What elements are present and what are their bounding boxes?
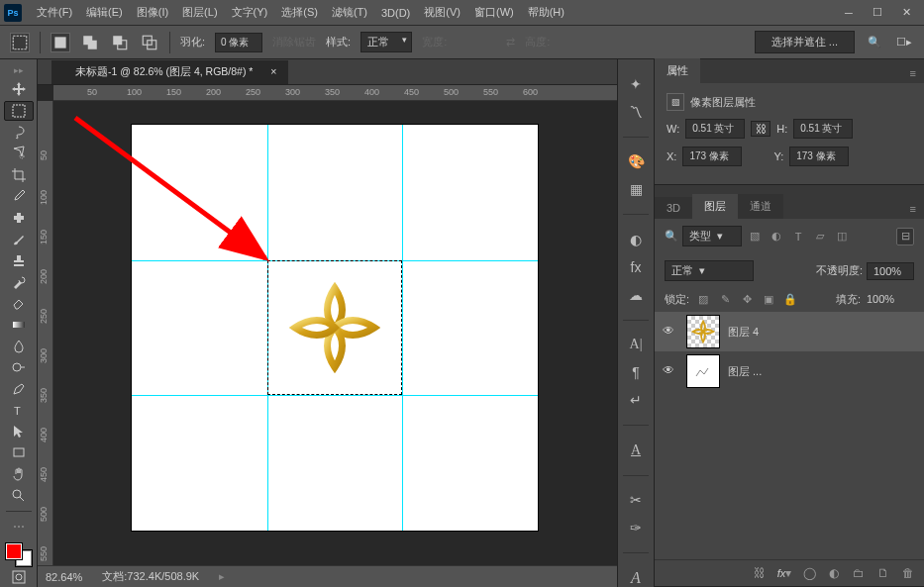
menu-edit[interactable]: 编辑(E) [79,1,130,24]
eraser-tool[interactable] [4,293,34,314]
adjustments-panel-icon[interactable]: ◐ [624,231,648,248]
hand-tool[interactable] [4,464,34,485]
layer-thumbnail[interactable] [686,354,720,388]
lock-artboard-icon[interactable]: ▣ [761,291,776,307]
eyedropper-tool[interactable] [4,186,34,207]
menu-3d[interactable]: 3D(D) [374,3,417,23]
filter-pixel-icon[interactable]: ▧ [746,228,764,245]
blend-mode-dropdown[interactable]: 正常 ▾ [665,260,754,281]
close-button[interactable]: ✕ [892,3,920,23]
menu-layer[interactable]: 图层(L) [175,1,224,24]
y-input[interactable]: 173 像素 [789,147,849,166]
type-panel-icon[interactable]: A [624,569,648,587]
color-panel-icon[interactable]: 🎨 [624,153,648,171]
marquee-tool[interactable] [4,101,34,122]
healing-tool[interactable] [4,208,34,229]
panel-menu-icon[interactable]: ≡ [902,63,924,83]
lock-transparency-icon[interactable]: ▨ [695,291,711,307]
edit-toolbar-icon[interactable]: ⋯ [4,517,34,538]
quick-select-tool[interactable] [4,144,34,164]
select-and-mask-button[interactable]: 选择并遮住 ... [755,31,855,53]
styles-panel-icon[interactable]: fx [624,258,648,276]
stamp-tool[interactable] [4,250,34,271]
move-tool[interactable] [4,79,34,100]
histogram-panel-icon[interactable]: 〽 [624,103,648,121]
properties-tab[interactable]: 属性 [655,58,700,83]
new-layer-icon[interactable]: 🗋 [875,565,891,581]
menu-window[interactable]: 窗口(W) [467,1,521,24]
doc-info[interactable]: 文档:732.4K/508.9K [102,569,199,584]
menu-help[interactable]: 帮助(H) [521,1,571,24]
glyphs-panel-icon[interactable]: ↵ [624,391,648,409]
x-input[interactable]: 173 像素 [682,147,742,166]
crop-tool[interactable] [4,165,34,186]
visibility-icon[interactable]: 👁 [663,363,678,379]
filter-adjust-icon[interactable]: ◐ [768,228,785,245]
lock-pixels-icon[interactable]: ✎ [717,291,733,307]
menu-image[interactable]: 图像(I) [130,1,175,24]
layer-thumbnail[interactable] [686,315,720,348]
layer-row[interactable]: 👁 图层 4 [655,312,924,351]
canvas-area[interactable]: 50 100 150 200 250 300 350 400 450 500 5… [38,85,617,565]
lock-position-icon[interactable]: ✥ [739,291,755,307]
menu-file[interactable]: 文件(F) [30,1,79,24]
filter-type-icon[interactable]: T [789,228,807,245]
character-panel-icon[interactable]: A| [624,336,648,353]
selection-intersect-icon[interactable] [140,33,159,52]
opacity-input[interactable]: 100% [867,262,914,280]
lock-all-icon[interactable]: 🔒 [782,291,798,307]
brush-tool[interactable] [4,229,34,249]
delete-layer-icon[interactable]: 🗑 [900,565,916,581]
layer-name[interactable]: 图层 ... [728,364,762,379]
tab-3d[interactable]: 3D [655,197,692,219]
rectangle-tool[interactable] [4,442,34,463]
type-tool[interactable]: T [4,400,34,421]
layer-row[interactable]: 👁 图层 ... [655,351,924,391]
actions-panel-icon[interactable]: ✂ [624,492,648,510]
navigator-panel-icon[interactable]: ✦ [624,75,648,93]
ruler-vertical[interactable]: 50 100 150 200 250 300 350 400 450 500 5… [38,101,53,565]
visibility-icon[interactable]: 👁 [663,324,678,340]
paragraph-panel-icon[interactable]: ¶ [624,363,648,381]
menu-filter[interactable]: 滤镜(T) [325,1,374,24]
guide-vertical[interactable] [402,125,403,531]
filter-smart-icon[interactable]: ◫ [833,228,851,245]
filter-toggle-icon[interactable]: ⊟ [896,228,914,245]
fill-input[interactable]: 100% [867,293,914,305]
zoom-level[interactable]: 82.64% [46,571,82,583]
tab-channels[interactable]: 通道 [738,194,783,219]
selection-add-icon[interactable] [80,33,100,52]
dodge-tool[interactable] [4,357,34,378]
link-wh-icon[interactable]: ⛓ [751,121,770,137]
style-dropdown[interactable]: 正常 [360,32,412,52]
search-icon[interactable]: 🔍 [865,33,884,52]
maximize-button[interactable]: ☐ [864,3,891,23]
selection-new-icon[interactable] [51,33,70,52]
selection-subtract-icon[interactable] [110,33,130,52]
paths-panel-icon[interactable]: ✑ [624,519,648,537]
menu-view[interactable]: 视图(V) [417,1,467,24]
tool-preset-icon[interactable] [10,33,30,52]
swatches-panel-icon[interactable]: ▦ [624,180,648,198]
gradient-tool[interactable] [4,315,34,336]
tab-layers[interactable]: 图层 [692,194,738,219]
ruler-horizontal[interactable]: 50 100 150 200 250 300 350 400 450 500 5… [53,85,617,101]
workspace-switcher-icon[interactable]: ☐▸ [894,33,914,52]
libraries-panel-icon[interactable]: ☁ [624,286,648,304]
lasso-tool[interactable] [4,122,34,143]
quick-mask-icon[interactable] [4,567,34,587]
color-swatches[interactable] [6,543,32,565]
filter-shape-icon[interactable]: ▱ [811,228,829,245]
panel-menu-icon[interactable]: ≡ [902,199,924,219]
minimize-button[interactable]: ─ [835,3,863,23]
feather-input[interactable]: 0 像素 [215,33,262,52]
group-icon[interactable]: 🗀 [851,565,867,581]
menu-select[interactable]: 选择(S) [274,1,325,24]
guide-horizontal[interactable] [132,395,538,396]
height-input[interactable]: 0.51 英寸 [793,119,853,139]
layer-mask-icon[interactable]: ◯ [801,565,817,581]
layer-style-icon[interactable]: fx▾ [776,565,792,581]
foreground-color[interactable] [6,543,22,559]
path-select-tool[interactable] [4,422,34,442]
document-tab[interactable]: 未标题-1 @ 82.6% (图层 4, RGB/8#) * × [51,60,288,84]
